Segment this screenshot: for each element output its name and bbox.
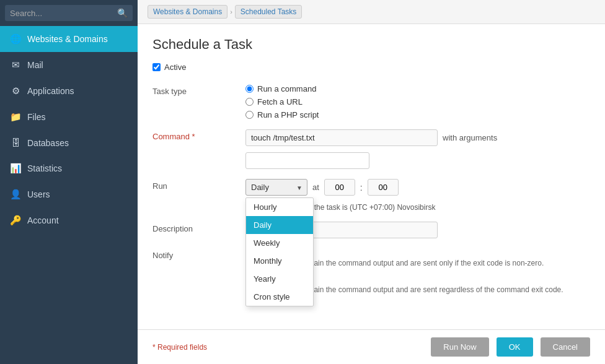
required-note: * Required fields <box>152 343 423 352</box>
run-input-row: Daily ▼ Hourly Daily Weekly Monthly Year… <box>245 179 590 196</box>
page-content: Schedule a Task Active Task type Run a c… <box>138 24 605 329</box>
run-controls: Daily ▼ Hourly Daily Weekly Monthly Year… <box>245 179 590 212</box>
active-label[interactable]: Active <box>164 63 186 72</box>
time-separator: : <box>360 183 363 193</box>
sidebar-item-mail[interactable]: ✉ Mail <box>0 52 138 78</box>
dropdown-item-monthly[interactable]: Monthly <box>246 252 313 270</box>
command-input-row: with arguments <box>245 129 590 146</box>
run-label: Run <box>152 179 233 191</box>
radio-php-script: Run a PHP script <box>245 110 590 119</box>
breadcrumb-sep: › <box>230 8 232 15</box>
run-row: Run Daily ▼ Hourly Daily Weekly Monthly <box>152 179 590 212</box>
description-label: Description <box>152 222 233 233</box>
sidebar-item-label: Files <box>27 112 46 122</box>
chart-icon: 📊 <box>10 163 21 174</box>
notify-row: Notify On error Notifications contain th… <box>152 248 590 298</box>
radio-fetch-url-label[interactable]: Fetch a URL <box>257 97 302 106</box>
at-label: at <box>312 183 319 192</box>
dropdown-item-cron[interactable]: Cron style <box>246 288 313 306</box>
sidebar: 🔍 🌐 Websites & Domains ✉ Mail ⚙ Applicat… <box>0 0 138 364</box>
sidebar-item-users[interactable]: 👤 Users <box>0 181 138 207</box>
sidebar-item-applications[interactable]: ⚙ Applications <box>0 78 138 104</box>
user-icon: 👤 <box>10 189 21 200</box>
sidebar-item-label: Account <box>27 215 59 225</box>
page-title: Schedule a Task <box>152 37 590 53</box>
cancel-button[interactable]: Cancel <box>541 337 590 357</box>
radio-php-script-input[interactable] <box>245 111 254 119</box>
breadcrumb-websites[interactable]: Websites & Domains <box>148 5 227 19</box>
active-checkbox[interactable] <box>152 63 161 71</box>
sidebar-item-label: Statistics <box>27 163 62 173</box>
command-row: Command * with arguments <box>152 129 590 169</box>
run-select-wrapper: Daily ▼ Hourly Daily Weekly Monthly Year… <box>245 179 307 196</box>
sidebar-item-label: Users <box>27 189 50 199</box>
sidebar-item-label: Websites & Domains <box>27 34 108 44</box>
ok-button[interactable]: OK <box>497 337 533 357</box>
run-dropdown: Hourly Daily Weekly Monthly Yearly Cron … <box>245 197 314 306</box>
dropdown-item-hourly[interactable]: Hourly <box>246 198 313 216</box>
gear-icon: ⚙ <box>10 85 21 97</box>
dropdown-item-weekly[interactable]: Weekly <box>246 234 313 252</box>
args-input[interactable] <box>245 152 369 169</box>
database-icon: 🗄 <box>10 137 21 148</box>
sidebar-item-label: Mail <box>27 60 43 70</box>
task-type-row: Task type Run a command Fetch a URL Run … <box>152 84 590 119</box>
command-label: Command * <box>152 129 233 141</box>
search-icon: 🔍 <box>117 8 128 18</box>
mail-icon: ✉ <box>10 59 21 71</box>
search-box[interactable]: 🔍 <box>5 5 133 21</box>
command-controls: with arguments <box>245 129 590 169</box>
run-now-button[interactable]: Run Now <box>431 337 488 357</box>
footer: * Required fields Run Now OK Cancel <box>138 329 605 364</box>
radio-run-command-label[interactable]: Run a command <box>257 84 316 93</box>
radio-run-command: Run a command <box>245 84 590 93</box>
globe-icon: 🌐 <box>10 33 21 45</box>
description-row: Description <box>152 222 590 238</box>
key-icon: 🔑 <box>10 215 21 226</box>
with-args-label: with arguments <box>443 133 497 142</box>
radio-fetch-url-input[interactable] <box>245 98 254 106</box>
search-input[interactable] <box>10 9 117 18</box>
radio-fetch-url: Fetch a URL <box>245 97 590 106</box>
hour-input[interactable] <box>324 179 355 196</box>
task-type-label: Task type <box>152 84 233 96</box>
notify-label: Notify <box>152 248 233 260</box>
active-checkbox-row: Active <box>152 63 590 72</box>
task-type-controls: Run a command Fetch a URL Run a PHP scri… <box>245 84 590 119</box>
sidebar-item-label: Databases <box>27 138 69 148</box>
sidebar-item-websites-domains[interactable]: 🌐 Websites & Domains <box>0 26 138 52</box>
sidebar-item-files[interactable]: 📁 Files <box>0 104 138 130</box>
breadcrumb: Websites & Domains › Scheduled Tasks <box>138 0 605 24</box>
sidebar-item-label: Applications <box>27 86 74 96</box>
breadcrumb-scheduled-tasks[interactable]: Scheduled Tasks <box>235 5 302 19</box>
sidebar-item-databases[interactable]: 🗄 Databases <box>0 130 138 155</box>
dropdown-item-yearly[interactable]: Yearly <box>246 270 313 288</box>
dropdown-item-daily[interactable]: Daily <box>246 216 313 234</box>
radio-php-script-label[interactable]: Run a PHP script <box>257 110 319 119</box>
sidebar-item-statistics[interactable]: 📊 Statistics <box>0 155 138 181</box>
run-select[interactable]: Daily <box>245 179 307 196</box>
main-panel: Websites & Domains › Scheduled Tasks Sch… <box>138 0 605 364</box>
minute-input[interactable] <box>368 179 399 196</box>
radio-run-command-input[interactable] <box>245 85 254 93</box>
command-input[interactable] <box>245 129 438 146</box>
sidebar-item-account[interactable]: 🔑 Account <box>0 207 138 233</box>
folder-icon: 📁 <box>10 111 21 123</box>
